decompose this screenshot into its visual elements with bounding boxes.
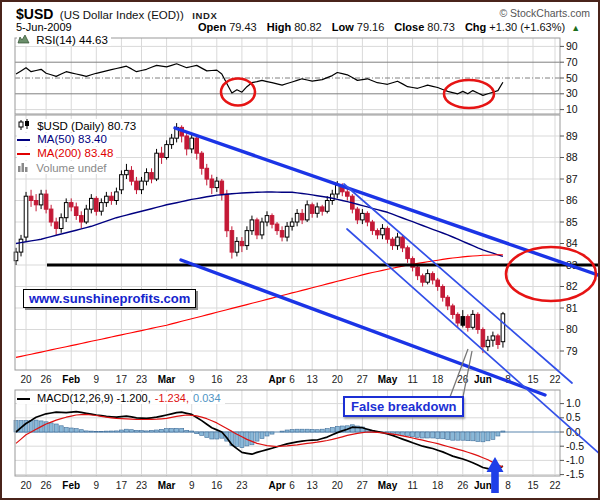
candlestick <box>220 181 224 194</box>
x-axis-label: 26 <box>457 480 469 491</box>
candlestick <box>401 237 405 248</box>
candlestick <box>80 216 84 222</box>
x-axis-label: 27 <box>357 480 369 491</box>
x-axis-label: 11 <box>407 480 418 491</box>
macd-histogram-bar <box>140 431 144 432</box>
macd-histogram-bar <box>471 432 475 441</box>
x-axis-label: 20 <box>20 374 32 385</box>
x-axis-label: 18 <box>432 374 444 385</box>
x-axis-label: 9 <box>94 480 100 491</box>
macd-histogram-bar <box>401 432 405 435</box>
candlestick <box>391 239 395 245</box>
macd-histogram-bar <box>310 429 314 432</box>
x-axis-label: 17 <box>116 374 128 385</box>
macd-histogram-bar <box>195 432 199 434</box>
x-axis-label: Feb <box>62 374 80 385</box>
candlestick <box>74 207 78 216</box>
candlestick <box>115 192 119 201</box>
x-axis-label: 15 <box>527 480 539 491</box>
macd-values-label: MACD(12,26,9) -1.200, <box>37 392 151 404</box>
stockcharts-price-chart: 898887868584838281807990705030101.00.50.… <box>0 0 600 500</box>
macd-histogram-bar <box>215 432 219 439</box>
macd-histogram-bar <box>431 432 435 438</box>
candlestick <box>49 209 53 222</box>
candlestick <box>310 205 314 214</box>
macd-histogram-bar <box>406 432 410 436</box>
price-axis-label: 87 <box>566 173 578 185</box>
macd-histogram-bar <box>250 432 254 445</box>
macd-histogram-bar <box>200 432 204 435</box>
macd-histogram-bar <box>84 431 88 432</box>
macd-histogram-bar <box>260 432 264 439</box>
candlestick <box>275 224 279 231</box>
macd-histogram-bar <box>119 430 123 432</box>
macd-histogram-bar <box>190 431 194 432</box>
candlestick <box>64 203 68 218</box>
x-axis-label: 13 <box>307 374 319 385</box>
candlestick <box>491 336 495 340</box>
price-axis-label: 85 <box>566 216 578 228</box>
price-axis-label: 82 <box>566 280 578 292</box>
candlestick <box>436 280 440 286</box>
macd-histogram-bar <box>481 432 485 442</box>
candlestick <box>290 222 294 226</box>
macd-histogram-bar <box>99 431 103 432</box>
macd-histogram-bar <box>436 432 440 439</box>
candlestick <box>205 168 209 179</box>
x-axis-label: 16 <box>211 374 223 385</box>
candlestick <box>381 228 385 234</box>
candlestick <box>100 203 104 212</box>
candlestick <box>426 274 430 283</box>
macd-histogram-bar <box>280 431 284 432</box>
index-name: (US Dollar Index (EOD)) <box>60 9 184 21</box>
x-axis-label: 13 <box>307 480 319 491</box>
candlestick <box>366 213 370 222</box>
price-axis-label: 50 <box>566 72 578 84</box>
candlestick <box>240 241 244 245</box>
candlestick <box>165 145 169 158</box>
candlestick <box>446 297 450 306</box>
candlestick <box>376 231 380 235</box>
candlestick <box>130 170 134 181</box>
macd-histogram-bar <box>89 431 93 432</box>
macd-histogram-bar <box>426 432 430 438</box>
macd-histogram-bar <box>491 432 495 439</box>
legend-ma50-label: MA(50) 83.40 <box>37 133 107 145</box>
macd-histogram-bar <box>175 428 179 432</box>
x-axis-label: Apr <box>268 480 285 491</box>
price-axis-label: 88 <box>566 151 578 163</box>
price-axis-label: 79 <box>566 345 578 357</box>
candlestick <box>215 181 219 188</box>
symbol-title: $USD <box>16 6 53 22</box>
price-axis-label: 80 <box>566 323 578 335</box>
x-axis-label: 23 <box>236 374 248 385</box>
macd-histogram-bar <box>124 429 128 432</box>
legend-volume-label: Volume undef <box>36 162 106 174</box>
candlestick <box>300 213 304 220</box>
date-label: 5-Jun-2009 <box>16 21 72 33</box>
macd-line <box>16 412 503 470</box>
candlestick <box>230 231 234 253</box>
x-axis-label: Jun <box>474 480 492 491</box>
candlestick <box>346 192 350 196</box>
x-axis-label: 15 <box>527 374 539 385</box>
macd-hist-value: 0.034 <box>193 392 221 404</box>
open-value: 79.43 <box>229 21 257 33</box>
candlestick <box>95 198 99 211</box>
candlestick <box>155 153 159 179</box>
volume-bars-icon <box>17 161 30 175</box>
candlestick <box>59 218 63 229</box>
highlight-ellipse <box>221 79 255 106</box>
price-axis-label: 30 <box>566 87 578 99</box>
candlestick <box>135 181 139 190</box>
candlestick <box>160 153 164 157</box>
x-axis-label: 22 <box>549 480 561 491</box>
macd-histogram-bar <box>265 432 269 436</box>
candlestick <box>270 216 274 225</box>
macd-histogram-bar <box>205 432 209 438</box>
candlestick <box>331 194 335 200</box>
watermark-link[interactable]: www.sunshineprofits.com <box>23 289 196 308</box>
rsi-line <box>16 64 503 96</box>
rsi-area-icon <box>17 33 30 47</box>
candlestick <box>185 136 189 149</box>
